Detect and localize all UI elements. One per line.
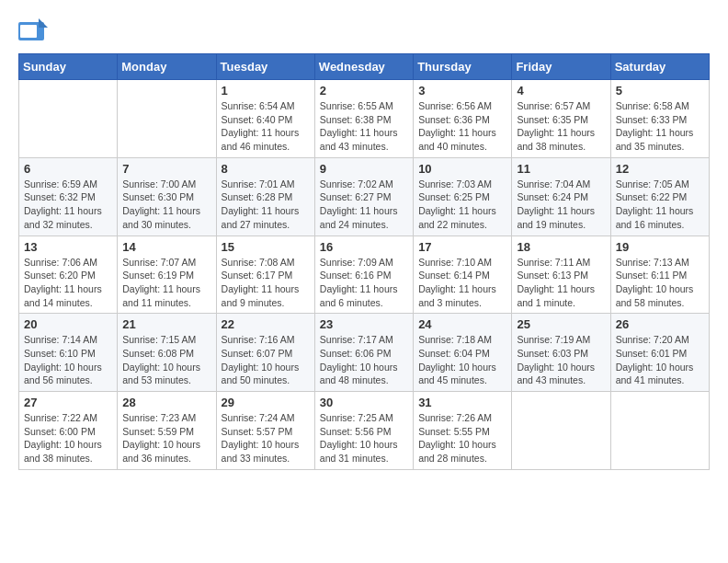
calendar-week-1: 1Sunrise: 6:54 AM Sunset: 6:40 PM Daylig…: [19, 80, 710, 158]
day-info: Sunrise: 7:26 AM Sunset: 5:55 PM Dayligh…: [418, 411, 506, 465]
calendar-cell: 7Sunrise: 7:00 AM Sunset: 6:30 PM Daylig…: [118, 157, 216, 236]
weekday-header-saturday: Saturday: [610, 54, 709, 80]
calendar-cell: [19, 80, 118, 158]
day-number: 3: [418, 84, 506, 98]
day-number: 19: [616, 240, 704, 254]
weekday-header-friday: Friday: [512, 54, 610, 80]
calendar-cell: 18Sunrise: 7:11 AM Sunset: 6:13 PM Dayli…: [512, 236, 610, 314]
calendar-week-4: 20Sunrise: 7:14 AM Sunset: 6:10 PM Dayli…: [19, 314, 710, 392]
day-info: Sunrise: 7:24 AM Sunset: 5:57 PM Dayligh…: [222, 411, 310, 465]
day-number: 22: [222, 317, 310, 331]
calendar-cell: 20Sunrise: 7:14 AM Sunset: 6:10 PM Dayli…: [19, 314, 118, 392]
calendar-cell: 8Sunrise: 7:01 AM Sunset: 6:28 PM Daylig…: [216, 157, 314, 236]
day-number: 23: [320, 317, 408, 331]
calendar-cell: 4Sunrise: 6:57 AM Sunset: 6:35 PM Daylig…: [512, 80, 610, 158]
weekday-header-tuesday: Tuesday: [216, 54, 314, 80]
day-number: 31: [418, 396, 506, 409]
day-info: Sunrise: 7:06 AM Sunset: 6:20 PM Dayligh…: [24, 256, 112, 310]
day-number: 2: [320, 84, 408, 98]
day-number: 20: [24, 317, 112, 331]
day-number: 8: [222, 162, 310, 176]
day-number: 11: [517, 162, 605, 176]
calendar-cell: 15Sunrise: 7:08 AM Sunset: 6:17 PM Dayli…: [216, 236, 314, 314]
day-number: 17: [418, 240, 506, 254]
day-info: Sunrise: 7:22 AM Sunset: 6:00 PM Dayligh…: [24, 411, 112, 465]
day-info: Sunrise: 7:16 AM Sunset: 6:07 PM Dayligh…: [222, 333, 310, 387]
calendar-cell: 1Sunrise: 6:54 AM Sunset: 6:40 PM Daylig…: [216, 80, 314, 158]
day-info: Sunrise: 7:25 AM Sunset: 5:56 PM Dayligh…: [320, 411, 408, 465]
day-info: Sunrise: 6:58 AM Sunset: 6:33 PM Dayligh…: [616, 99, 704, 154]
calendar-cell: 24Sunrise: 7:18 AM Sunset: 6:04 PM Dayli…: [414, 314, 512, 392]
day-info: Sunrise: 7:14 AM Sunset: 6:10 PM Dayligh…: [24, 333, 112, 387]
day-info: Sunrise: 6:56 AM Sunset: 6:36 PM Dayligh…: [418, 99, 506, 154]
weekday-header-monday: Monday: [118, 54, 216, 80]
calendar-cell: 16Sunrise: 7:09 AM Sunset: 6:16 PM Dayli…: [314, 236, 413, 314]
day-number: 24: [418, 317, 506, 331]
day-info: Sunrise: 7:23 AM Sunset: 5:59 PM Dayligh…: [122, 411, 210, 465]
calendar-cell: 26Sunrise: 7:20 AM Sunset: 6:01 PM Dayli…: [610, 314, 709, 392]
calendar-cell: 13Sunrise: 7:06 AM Sunset: 6:20 PM Dayli…: [19, 236, 118, 314]
calendar-cell: 22Sunrise: 7:16 AM Sunset: 6:07 PM Dayli…: [216, 314, 314, 392]
calendar-cell: 3Sunrise: 6:56 AM Sunset: 6:36 PM Daylig…: [414, 80, 512, 158]
day-number: 26: [616, 317, 704, 331]
calendar-cell: 31Sunrise: 7:26 AM Sunset: 5:55 PM Dayli…: [414, 392, 512, 470]
day-info: Sunrise: 7:05 AM Sunset: 6:22 PM Dayligh…: [616, 178, 704, 232]
day-info: Sunrise: 7:19 AM Sunset: 6:03 PM Dayligh…: [517, 333, 605, 387]
day-number: 5: [616, 84, 704, 98]
calendar-cell: 17Sunrise: 7:10 AM Sunset: 6:14 PM Dayli…: [414, 236, 512, 314]
calendar-cell: 23Sunrise: 7:17 AM Sunset: 6:06 PM Dayli…: [314, 314, 413, 392]
logo-icon: [18, 18, 48, 44]
day-number: 25: [517, 317, 605, 331]
day-number: 16: [320, 240, 408, 254]
day-info: Sunrise: 7:07 AM Sunset: 6:19 PM Dayligh…: [122, 256, 210, 310]
calendar-cell: 10Sunrise: 7:03 AM Sunset: 6:25 PM Dayli…: [414, 157, 512, 236]
calendar-body: 1Sunrise: 6:54 AM Sunset: 6:40 PM Daylig…: [19, 80, 710, 470]
calendar-cell: 27Sunrise: 7:22 AM Sunset: 6:00 PM Dayli…: [19, 392, 118, 470]
calendar-cell: 6Sunrise: 6:59 AM Sunset: 6:32 PM Daylig…: [19, 157, 118, 236]
calendar-cell: 30Sunrise: 7:25 AM Sunset: 5:56 PM Dayli…: [314, 392, 413, 470]
logo: [18, 18, 50, 44]
day-info: Sunrise: 7:04 AM Sunset: 6:24 PM Dayligh…: [517, 178, 605, 232]
day-number: 29: [222, 396, 310, 409]
calendar-cell: 29Sunrise: 7:24 AM Sunset: 5:57 PM Dayli…: [216, 392, 314, 470]
weekday-header-thursday: Thursday: [414, 54, 512, 80]
day-number: 7: [122, 162, 210, 176]
day-number: 30: [320, 396, 408, 409]
calendar-header-row: SundayMondayTuesdayWednesdayThursdayFrid…: [19, 54, 710, 80]
day-info: Sunrise: 7:10 AM Sunset: 6:14 PM Dayligh…: [418, 256, 506, 310]
calendar-cell: 25Sunrise: 7:19 AM Sunset: 6:03 PM Dayli…: [512, 314, 610, 392]
day-number: 14: [122, 240, 210, 254]
svg-marker-1: [39, 18, 48, 28]
day-info: Sunrise: 7:18 AM Sunset: 6:04 PM Dayligh…: [418, 333, 506, 387]
day-number: 27: [24, 396, 112, 409]
calendar-cell: [118, 80, 216, 158]
day-number: 10: [418, 162, 506, 176]
calendar-week-3: 13Sunrise: 7:06 AM Sunset: 6:20 PM Dayli…: [19, 236, 710, 314]
day-number: 28: [122, 396, 210, 409]
day-info: Sunrise: 7:02 AM Sunset: 6:27 PM Dayligh…: [320, 178, 408, 232]
calendar-week-5: 27Sunrise: 7:22 AM Sunset: 6:00 PM Dayli…: [19, 392, 710, 470]
day-number: 6: [24, 162, 112, 176]
day-info: Sunrise: 7:03 AM Sunset: 6:25 PM Dayligh…: [418, 178, 506, 232]
calendar-cell: 28Sunrise: 7:23 AM Sunset: 5:59 PM Dayli…: [118, 392, 216, 470]
day-info: Sunrise: 6:57 AM Sunset: 6:35 PM Dayligh…: [517, 99, 605, 154]
day-info: Sunrise: 7:09 AM Sunset: 6:16 PM Dayligh…: [320, 256, 408, 310]
calendar-cell: 11Sunrise: 7:04 AM Sunset: 6:24 PM Dayli…: [512, 157, 610, 236]
weekday-header-sunday: Sunday: [19, 54, 118, 80]
page-header: [18, 18, 710, 44]
calendar-cell: 19Sunrise: 7:13 AM Sunset: 6:11 PM Dayli…: [610, 236, 709, 314]
day-number: 1: [222, 84, 310, 98]
day-info: Sunrise: 7:00 AM Sunset: 6:30 PM Dayligh…: [122, 178, 210, 232]
day-info: Sunrise: 7:01 AM Sunset: 6:28 PM Dayligh…: [222, 178, 310, 232]
calendar-cell: 2Sunrise: 6:55 AM Sunset: 6:38 PM Daylig…: [314, 80, 413, 158]
day-info: Sunrise: 7:08 AM Sunset: 6:17 PM Dayligh…: [222, 256, 310, 310]
day-number: 15: [222, 240, 310, 254]
day-number: 4: [517, 84, 605, 98]
calendar-cell: 5Sunrise: 6:58 AM Sunset: 6:33 PM Daylig…: [610, 80, 709, 158]
day-info: Sunrise: 6:55 AM Sunset: 6:38 PM Dayligh…: [320, 99, 408, 154]
calendar-cell: [610, 392, 709, 470]
day-number: 18: [517, 240, 605, 254]
weekday-header-wednesday: Wednesday: [314, 54, 413, 80]
day-info: Sunrise: 7:15 AM Sunset: 6:08 PM Dayligh…: [122, 333, 210, 387]
day-info: Sunrise: 7:11 AM Sunset: 6:13 PM Dayligh…: [517, 256, 605, 310]
